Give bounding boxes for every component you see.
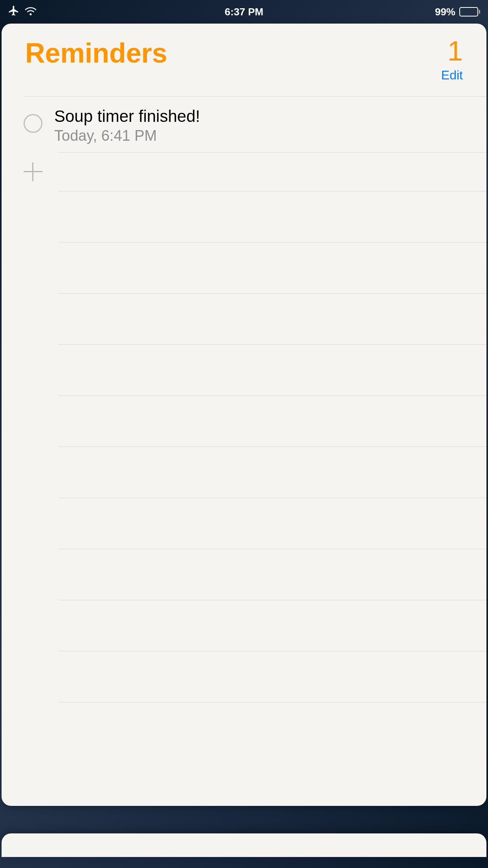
empty-row (58, 395, 486, 447)
reminders-title: Reminders (25, 37, 167, 69)
status-time: 6:37 PM (225, 6, 263, 18)
reminder-content: Soup timer finished! Today, 6:41 PM (54, 105, 200, 144)
reminder-count: 1 (448, 37, 463, 65)
next-list-card[interactable] (2, 833, 486, 857)
reminder-item[interactable]: Soup timer finished! Today, 6:41 PM (24, 96, 486, 152)
add-reminder-row[interactable] (58, 152, 486, 191)
wifi-icon (24, 6, 37, 18)
empty-row (58, 600, 486, 651)
reminder-checkbox[interactable] (24, 114, 42, 133)
empty-row (58, 344, 486, 395)
reminders-card: Reminders 1 Edit Soup timer finished! To… (2, 24, 486, 806)
battery-icon (459, 7, 480, 17)
empty-row (58, 293, 486, 344)
status-right: 99% (435, 6, 480, 18)
empty-row (58, 498, 486, 549)
reminder-time: Today, 6:41 PM (54, 127, 200, 144)
edit-button[interactable]: Edit (441, 68, 463, 83)
empty-row (58, 651, 486, 702)
card-header: Reminders 1 Edit (2, 37, 486, 83)
empty-row (58, 447, 486, 498)
header-right: 1 Edit (441, 37, 463, 83)
reminder-title: Soup timer finished! (54, 107, 200, 126)
plus-icon[interactable] (24, 162, 42, 181)
status-left (8, 5, 37, 19)
empty-row (58, 242, 486, 293)
reminder-list: Soup timer finished! Today, 6:41 PM (2, 96, 486, 753)
empty-row (58, 191, 486, 242)
status-bar: 6:37 PM 99% (0, 0, 488, 24)
airplane-mode-icon (8, 5, 20, 19)
empty-row (58, 702, 486, 753)
empty-row (58, 549, 486, 600)
battery-percent: 99% (435, 6, 455, 18)
